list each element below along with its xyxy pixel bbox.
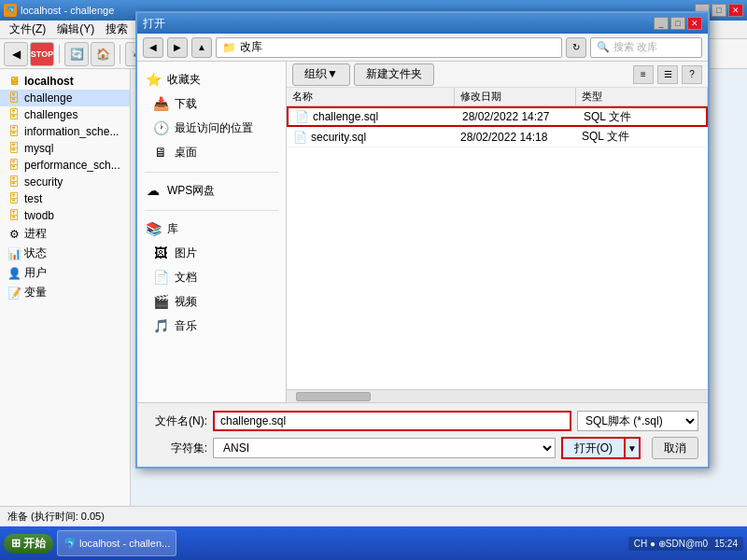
sidebar-item-mysql[interactable]: 🗄 mysql (0, 140, 130, 157)
nav-library-header[interactable]: 📚 库 (137, 217, 286, 241)
app-taskbar-icon: 🐬 (63, 538, 77, 550)
wps-icon: ☁ (145, 182, 162, 199)
dialog-footer: 文件名(N): SQL脚本 (*.sql) 字符集: ANSI 打开(O) ▼ … (137, 402, 708, 467)
server-icon: 🖥 (7, 75, 21, 88)
start-button[interactable]: ⊞ 开始 (4, 534, 53, 553)
taskbar: ⊞ 开始 🐬 localhost - challen... CH ● ⊕SDN@… (0, 526, 747, 560)
sidebar: 🖥 localhost 🗄 challenge 🗄 challenges 🗄 i… (0, 69, 131, 506)
nav-wps[interactable]: ☁ WPS网盘 (137, 178, 286, 203)
desktop-icon: 🖥 (152, 144, 169, 161)
db-icon-0: 🗄 (7, 91, 21, 105)
sidebar-item-performance[interactable]: 🗄 performance_sch... (0, 157, 130, 174)
sidebar-item-challenges[interactable]: 🗄 challenges (0, 106, 130, 123)
view-list-button[interactable]: ☰ (657, 65, 678, 84)
search-placeholder: 搜索 改库 (613, 40, 657, 54)
charset-select[interactable]: ANSI (213, 438, 556, 458)
sidebar-item-process[interactable]: ⚙ 进程 (0, 224, 130, 244)
sidebar-item-users[interactable]: 👤 用户 (0, 263, 130, 283)
nav-pictures[interactable]: 🖼 图片 (137, 241, 286, 265)
db-icon-4: 🗄 (7, 159, 21, 172)
db-icon-3: 🗄 (7, 142, 21, 155)
back-button[interactable]: ◀ (4, 42, 28, 66)
music-icon: 🎵 (152, 317, 169, 334)
close-button[interactable]: ✕ (728, 4, 743, 17)
status-icon: 📊 (7, 247, 21, 260)
view-icon-button[interactable]: ≡ (633, 65, 654, 84)
file-name-challenge: 📄 challenge.sql (289, 108, 457, 125)
help-button[interactable]: ? (682, 65, 702, 84)
dialog-maximize-button[interactable]: □ (670, 17, 685, 30)
file-date-security: 28/02/2022 14:18 (455, 130, 576, 145)
column-header-date[interactable]: 修改日期 (455, 88, 576, 105)
dialog-close-button[interactable]: ✕ (687, 17, 702, 30)
sidebar-item-information[interactable]: 🗄 information_sche... (0, 123, 130, 140)
db-icon-2: 🗄 (7, 125, 21, 138)
menu-search[interactable]: 搜索 (100, 20, 134, 39)
cancel-button[interactable]: 取消 (652, 437, 698, 459)
file-row-security[interactable]: 📄 security.sql 28/02/2022 14:18 SQL 文件 (287, 127, 708, 147)
sidebar-item-security[interactable]: 🗄 security (0, 174, 130, 190)
nav-desktop[interactable]: 🖥 桌面 (137, 140, 286, 164)
tray-text: CH ● ⊕SDN@m0 (634, 539, 708, 549)
windows-icon: ⊞ (11, 537, 21, 550)
file-row-challenge[interactable]: 📄 challenge.sql 28/02/2022 14:27 SQL 文件 (287, 106, 708, 127)
sidebar-item-challenge[interactable]: 🗄 challenge (0, 90, 130, 106)
path-bar[interactable]: 📁 改库 (216, 37, 562, 58)
nav-documents[interactable]: 📄 文档 (137, 265, 286, 289)
dialog-up-button[interactable]: ▲ (191, 37, 212, 58)
search-icon: 🔍 (597, 41, 610, 53)
sidebar-item-test[interactable]: 🗄 test (0, 190, 130, 207)
sidebar-item-localhost[interactable]: 🖥 localhost (0, 73, 130, 90)
nav-music[interactable]: 🎵 音乐 (137, 314, 286, 338)
pictures-icon: 🖼 (152, 245, 169, 261)
file-list: 📄 challenge.sql 28/02/2022 14:27 SQL 文件 … (287, 106, 708, 389)
scrollbar-thumb[interactable] (296, 392, 371, 401)
refresh-button[interactable]: 🔄 (64, 42, 89, 66)
charset-row: 字符集: ANSI 打开(O) ▼ 取消 (147, 437, 698, 459)
sidebar-item-variables[interactable]: 📝 变量 (0, 283, 130, 302)
open-dropdown-arrow[interactable]: ▼ (624, 437, 641, 459)
menu-edit[interactable]: 编辑(Y) (51, 20, 100, 39)
clock: 15:24 (714, 539, 738, 549)
downloads-icon: 📥 (152, 95, 169, 112)
filename-input[interactable] (213, 411, 571, 431)
horizontal-scrollbar[interactable] (287, 389, 708, 402)
file-dialog: 打开 _ □ ✕ ◀ ▶ ▲ 📁 改库 ↻ 🔍 搜索 改库 (135, 11, 710, 469)
dialog-title-text: 打开 (143, 16, 165, 32)
dialog-title-bar: 打开 _ □ ✕ (137, 13, 708, 34)
file-list-area: 组织▼ 新建文件夹 ≡ ☰ ? 名称 修改日期 类型 (287, 62, 708, 402)
open-button-group: 打开(O) ▼ (561, 437, 641, 459)
dialog-forward-button[interactable]: ▶ (167, 37, 188, 58)
sidebar-item-status[interactable]: 📊 状态 (0, 244, 130, 263)
search-bar[interactable]: 🔍 搜索 改库 (590, 37, 702, 58)
sql-file-icon-1: 📄 (292, 130, 307, 145)
file-name-security: 📄 security.sql (287, 129, 455, 146)
stop-button[interactable]: STOP (30, 42, 54, 66)
documents-icon: 📄 (152, 269, 169, 286)
dialog-toolbar: ◀ ▶ ▲ 📁 改库 ↻ 🔍 搜索 改库 (137, 34, 708, 62)
nav-favorites-header[interactable]: ⭐ 收藏夹 (137, 67, 286, 91)
column-header-type[interactable]: 类型 (576, 88, 708, 105)
open-button[interactable]: 打开(O) (561, 437, 624, 459)
dialog-back-button[interactable]: ◀ (143, 37, 163, 58)
maximize-button[interactable]: □ (712, 4, 726, 17)
sidebar-item-twodb[interactable]: 🗄 twodb (0, 207, 130, 224)
file-list-toolbar: 组织▼ 新建文件夹 ≡ ☰ ? (287, 62, 708, 88)
filename-row: 文件名(N): SQL脚本 (*.sql) (147, 411, 698, 431)
refresh-path-button[interactable]: ↻ (566, 37, 586, 58)
nav-videos[interactable]: 🎬 视频 (137, 289, 286, 314)
filetype-select[interactable]: SQL脚本 (*.sql) (577, 411, 698, 431)
dialog-minimize-button[interactable]: _ (654, 17, 669, 30)
menu-file[interactable]: 文件(Z) (4, 20, 51, 39)
organize-button[interactable]: 组织▼ (292, 63, 350, 86)
taskbar-app-item[interactable]: 🐬 localhost - challen... (57, 530, 176, 556)
app-title: localhost - challenge (21, 5, 114, 16)
new-folder-button[interactable]: 新建文件夹 (354, 63, 434, 86)
column-header-name[interactable]: 名称 (287, 88, 455, 105)
app-icon: 🐬 (4, 4, 17, 17)
current-path: 改库 (240, 39, 262, 55)
nav-recent[interactable]: 🕐 最近访问的位置 (137, 116, 286, 140)
db-icon-6: 🗄 (7, 192, 21, 205)
nav-downloads[interactable]: 📥 下载 (137, 91, 286, 116)
home-button[interactable]: 🏠 (91, 42, 115, 66)
